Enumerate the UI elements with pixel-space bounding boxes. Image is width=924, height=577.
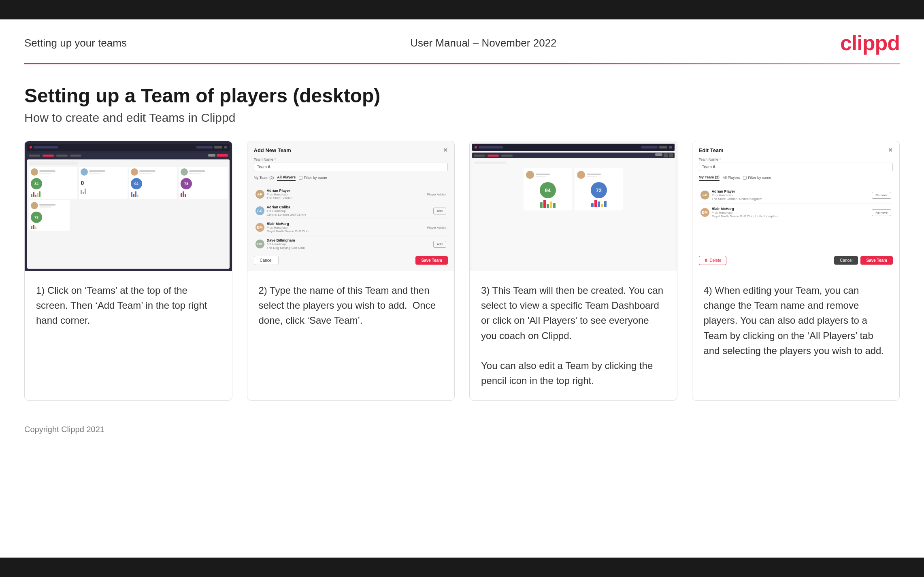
ss2-player-info-3: Blair McHarg Plus HandicapRoyal North De… — [267, 222, 425, 233]
ss2-player-detail-1: Plus HandicapThe Shire London — [267, 193, 425, 200]
ss4-player-list: AP Adrian Player Plus HandicapThe Shire … — [699, 187, 893, 221]
ss4-remove-btn-2[interactable]: Remove — [872, 209, 891, 216]
ss2-player-list: AP Adrian Player Plus HandicapThe Shire … — [254, 187, 448, 252]
ss2-player-1: AP Adrian Player Plus HandicapThe Shire … — [254, 187, 448, 202]
ss4-player-info-2: Blair McHarg Plus HandicapRoyal North De… — [712, 207, 870, 218]
top-bar — [0, 0, 924, 19]
ss3-player-card-1: 94 — [524, 168, 572, 210]
ss2-player-detail-4: 3.5 HandicapThe Dog Maying Golf Club — [267, 242, 431, 250]
ss4-player-1: AP Adrian Player Plus HandicapThe Shire … — [699, 187, 893, 204]
logo: clippd — [840, 31, 900, 55]
cards-container: 84 — [0, 141, 924, 425]
ss2-player-info-2: Adrian Coliba 1.5 HandicapCentral London… — [267, 205, 431, 216]
ss2-team-name-input[interactable] — [254, 163, 448, 171]
ss2-player-name-1: Adrian Player — [267, 189, 425, 193]
card-2-text: 2) Type the name of this Team and then s… — [247, 271, 455, 400]
ss2-player-detail-2: 1.5 HandicapCentral London Golf Centre — [267, 209, 431, 216]
ss4-cancel-button[interactable]: Cancel — [834, 256, 858, 265]
card-3-text: 3) This Team will then be created. You c… — [470, 271, 677, 400]
card-3: 94 — [469, 141, 677, 401]
ss2-tab-all-players[interactable]: All Players — [277, 174, 296, 181]
card-3-text-content: 3) This Team will then be created. You c… — [481, 285, 663, 341]
ss4-filter-label: Filter by name — [748, 176, 771, 180]
ss2-player-name-3: Blair McHarg — [267, 222, 425, 226]
page-title-section: Setting up a Team of players (desktop) H… — [0, 64, 924, 141]
ss2-avatar-4: DB — [255, 240, 264, 248]
ss4-filter-checkbox[interactable] — [743, 176, 747, 180]
ss2-save-button[interactable]: Save Team — [415, 256, 448, 265]
ss2-filter-area: Filter by name — [299, 176, 327, 180]
ss4-save-button[interactable]: Save Team — [860, 256, 893, 265]
ss4-player-detail-1: Plus HandicapThe Shire London, United Ki… — [712, 193, 870, 201]
ss2-cancel-button[interactable]: Cancel — [254, 256, 279, 265]
ss2-status-3: Player Added — [427, 226, 446, 229]
ss4-player-info-1: Adrian Player Plus HandicapThe Shire Lon… — [712, 189, 870, 201]
ss2-avatar-2: AC — [255, 206, 264, 215]
ss4-close-icon[interactable]: ✕ — [888, 147, 893, 153]
ss2-tabs: My Team (2) All Players Filter by name — [254, 174, 448, 183]
trash-icon: 🗑 — [704, 258, 708, 263]
copyright-text: Copyright Clippd 2021 — [24, 425, 104, 434]
page-title: Setting up a Team of players (desktop) — [24, 85, 900, 107]
ss4-player-name-2: Blair McHarg — [712, 207, 870, 211]
ss2-tab-my-team[interactable]: My Team (2) — [254, 175, 274, 180]
ss2-footer: Cancel Save Team — [254, 256, 448, 265]
ss4-tab-all-players[interactable]: All Players — [723, 175, 740, 180]
card-1-text: 1) Click on ‘Teams’ at the top of the sc… — [25, 271, 232, 400]
ss2-avatar-3: BM — [255, 223, 264, 232]
ss4-delete-button[interactable]: 🗑 Delete — [699, 256, 727, 265]
ss4-avatar-1: AP — [700, 191, 709, 199]
ss2-player-detail-3: Plus HandicapRoyal North Devon Golf Club — [267, 226, 425, 233]
ss2-player-3: BM Blair McHarg Plus HandicapRoyal North… — [254, 220, 448, 235]
ss2-dialog-title: Add New Team ✕ — [254, 147, 448, 153]
ss2-add-btn-4[interactable]: Add — [433, 241, 446, 248]
ss4-filter-area: Filter by name — [743, 176, 771, 180]
ss4-tabs: My Team (2) All Players Filter by name — [699, 174, 893, 183]
ss4-dialog-title: Edit Team ✕ — [699, 147, 893, 153]
ss2-filter-label: Filter by name — [304, 176, 327, 180]
ss2-player-4: DB Dave Billingham 3.5 HandicapThe Dog M… — [254, 236, 448, 252]
header-center-text: User Manual – November 2022 — [410, 37, 556, 49]
card-2: Add New Team ✕ Team Name * My Team (2) A… — [247, 141, 455, 401]
card-3-screenshot: 94 — [470, 141, 677, 271]
ss2-player-2: AC Adrian Coliba 1.5 HandicapCentral Lon… — [254, 203, 448, 219]
card-1: 84 — [24, 141, 232, 401]
ss4-player-name-1: Adrian Player — [712, 189, 870, 193]
header-left-text: Setting up your teams — [24, 37, 127, 49]
footer: Copyright Clippd 2021 — [0, 425, 924, 446]
ss4-action-buttons: Cancel Save Team — [834, 256, 893, 265]
ss4-footer: 🗑 Delete Cancel Save Team — [699, 256, 893, 265]
ss3-player-card-2: 72 — [575, 168, 623, 210]
ss2-close-icon[interactable]: ✕ — [443, 147, 448, 153]
card-4-screenshot: Edit Team ✕ Team Name * My Team (2) All … — [692, 141, 900, 271]
ss2-status-1: Player Added — [427, 193, 446, 196]
ss2-player-name-4: Dave Billingham — [267, 238, 431, 242]
ss4-team-name-input[interactable] — [699, 163, 893, 171]
ss4-avatar-2: BM — [700, 208, 709, 217]
ss2-player-info-1: Adrian Player Plus HandicapThe Shire Lon… — [267, 189, 425, 200]
ss2-player-name-2: Adrian Coliba — [267, 205, 431, 209]
ss2-add-btn-2[interactable]: Add — [433, 208, 446, 214]
ss4-tab-my-team[interactable]: My Team (2) — [699, 174, 720, 181]
header: Setting up your teams User Manual – Nove… — [0, 19, 924, 63]
ss4-remove-btn-1[interactable]: Remove — [872, 192, 891, 199]
ss4-player-detail-2: Plus HandicapRoyal North Devon Golf Club… — [712, 211, 870, 218]
card-3-text-content-2: You can also edit a Team by clicking the… — [481, 360, 653, 386]
bottom-bar — [0, 558, 924, 577]
ss2-player-info-4: Dave Billingham 3.5 HandicapThe Dog Mayi… — [267, 238, 431, 250]
card-4: Edit Team ✕ Team Name * My Team (2) All … — [692, 141, 900, 401]
card-2-screenshot: Add New Team ✕ Team Name * My Team (2) A… — [247, 141, 455, 271]
ss2-avatar-1: AP — [255, 190, 264, 199]
card-1-screenshot: 84 — [25, 141, 232, 271]
ss4-player-2: BM Blair McHarg Plus HandicapRoyal North… — [699, 204, 893, 221]
card-4-text: 4) When editing your Team, you can chang… — [692, 271, 900, 400]
page-subtitle: How to create and edit Teams in Clippd — [24, 111, 900, 125]
ss2-filter-checkbox[interactable] — [299, 176, 302, 180]
